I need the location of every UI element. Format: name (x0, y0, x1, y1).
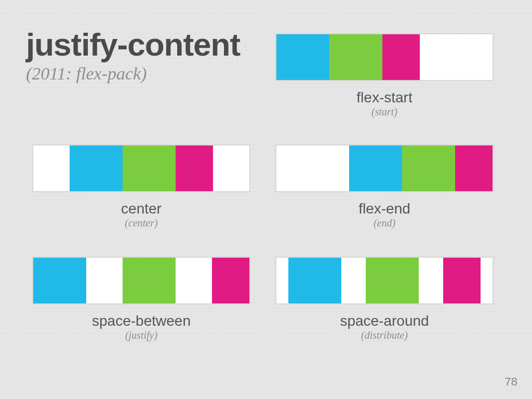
demo-label: flex-start (275, 89, 494, 106)
demo-alt-label: (justify) (32, 329, 250, 341)
heading: justify-content (2011: flex-pack) (26, 26, 240, 84)
demo-label: flex-end (275, 201, 494, 217)
box-green (329, 34, 382, 80)
box-magenta (382, 34, 420, 80)
flex-container-space-between (32, 257, 250, 304)
box-magenta (455, 145, 493, 191)
flex-container-flex-start (275, 33, 494, 81)
slide-subtitle: (2011: flex-pack) (26, 64, 240, 84)
page-number: 78 (505, 375, 517, 389)
demo-label: space-between (32, 313, 250, 329)
demo-flex-end: flex-end (end) (275, 144, 494, 229)
box-green (366, 258, 419, 303)
box-green (123, 145, 176, 191)
demo-space-between: space-between (justify) (32, 257, 250, 341)
box-magenta (176, 145, 213, 191)
box-green (123, 258, 176, 303)
demo-center: center (center) (32, 144, 250, 229)
box-cyan (276, 34, 329, 80)
box-magenta (212, 258, 249, 303)
box-cyan (70, 145, 123, 191)
demo-alt-label: (center) (32, 217, 250, 229)
demo-alt-label: (end) (275, 217, 494, 229)
box-cyan (33, 258, 86, 303)
demo-alt-label: (start) (275, 106, 494, 118)
box-green (402, 145, 455, 191)
demo-flex-start: flex-start (start) (275, 33, 494, 118)
slide-title: justify-content (26, 26, 240, 63)
demo-label: center (32, 201, 250, 217)
demo-label: space-around (275, 313, 494, 329)
box-cyan (288, 258, 341, 303)
box-cyan (349, 145, 402, 191)
demo-space-around: space-around (distribute) (275, 257, 494, 341)
box-magenta (443, 258, 481, 303)
slide: justify-content (2011: flex-pack) flex-s… (0, 0, 532, 399)
flex-container-space-around (275, 257, 494, 304)
demo-alt-label: (distribute) (275, 329, 494, 341)
flex-container-flex-end (275, 144, 494, 192)
flex-container-center (32, 144, 250, 192)
